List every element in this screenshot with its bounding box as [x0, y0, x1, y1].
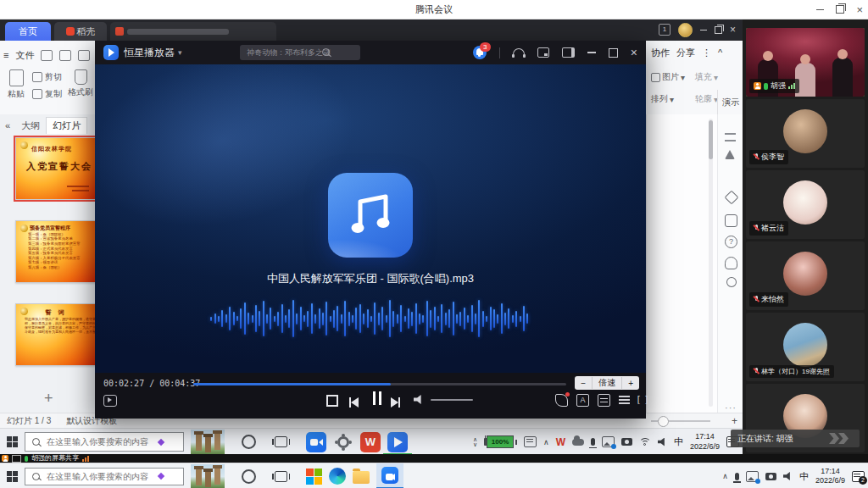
speed-label[interactable]: 倍速 — [592, 377, 622, 389]
wps-close-button[interactable]: × — [730, 24, 736, 36]
taskbar-file-explorer-icon[interactable] — [353, 471, 370, 484]
tray-camera-icon[interactable] — [765, 473, 776, 480]
tray-wps-icon[interactable]: W — [556, 436, 565, 448]
effects-icon[interactable] — [555, 394, 568, 407]
speaker-icon[interactable] — [783, 472, 793, 480]
news-widget-icon[interactable] — [524, 436, 537, 447]
copy-button[interactable]: 复制 — [32, 88, 62, 100]
ime-indicator[interactable]: 中 — [674, 435, 683, 448]
shared-search-box[interactable] — [25, 432, 184, 452]
tray-picture-icon[interactable] — [602, 436, 615, 447]
player-minimize-button[interactable] — [587, 52, 596, 53]
shared-search-input[interactable] — [45, 436, 157, 447]
arrange-button[interactable]: 排列 ▾ — [651, 93, 674, 105]
tray-picture-icon[interactable] — [746, 471, 759, 482]
zoom-in-button[interactable]: + — [732, 415, 737, 427]
fill-button[interactable]: 填充 ▾ — [695, 71, 718, 83]
slide-thumbnail-1[interactable]: 信阳农林学院 入党宣誓大会 — [15, 137, 97, 200]
wps-file-menu[interactable]: 文件 — [15, 49, 34, 62]
local-search-box[interactable] — [25, 468, 184, 485]
speed-minus-button[interactable]: − — [575, 379, 592, 388]
screenshot-icon[interactable] — [537, 47, 549, 58]
wps-tab-document[interactable] — [110, 22, 276, 41]
rail-more-icon[interactable]: ··· — [725, 402, 737, 413]
sticker-icon[interactable] — [725, 257, 737, 269]
fullscreen-icon[interactable]: [] — [636, 394, 647, 405]
collapse-ribbon-icon[interactable]: ^ — [718, 47, 722, 58]
share-menu[interactable]: 分享 — [676, 47, 695, 59]
playlist-icon[interactable] — [619, 394, 630, 405]
stop-button[interactable] — [326, 395, 338, 407]
tray-camera-icon[interactable] — [621, 438, 632, 446]
search-highlight-image[interactable] — [191, 464, 225, 488]
meeting-minimize-button[interactable] — [816, 9, 824, 10]
local-search-input[interactable] — [45, 471, 157, 482]
windows-start-button[interactable] — [7, 436, 18, 447]
shared-clock[interactable]: 17:142022/6/9 — [690, 432, 720, 452]
slide-thumbnail-2[interactable]: 预备党员宣誓程序 第一项：奏（国际歌）第二项：宣读预备党员名单 第三项：预备党员… — [15, 220, 97, 283]
speaker-icon[interactable] — [658, 438, 667, 446]
support-headset-icon[interactable] — [513, 48, 525, 57]
insert-picture-button[interactable]: 图片 ▾ — [651, 71, 685, 83]
player-app-name[interactable]: 恒星播放器 — [124, 46, 175, 60]
collab-menu[interactable]: 协作 — [651, 47, 670, 59]
volume-slider[interactable] — [431, 399, 473, 401]
magic-wand-icon[interactable] — [725, 191, 739, 205]
task-view-icon[interactable] — [275, 436, 287, 447]
hidden-icons-chevron[interactable]: ∧ — [722, 472, 728, 480]
meeting-restore-button[interactable] — [836, 5, 844, 14]
wps-tab-home[interactable]: 首页 — [5, 22, 51, 41]
chevron-down-icon[interactable]: ▾ — [178, 48, 182, 57]
previous-button[interactable] — [349, 394, 359, 409]
tray-scroll-arrows[interactable]: ∧∨ — [473, 437, 477, 447]
wps-account-avatar[interactable] — [678, 23, 693, 37]
speed-plus-button[interactable]: + — [622, 379, 639, 388]
document-count-badge[interactable]: 1 — [659, 24, 670, 36]
notification-bell-icon[interactable]: 3 — [473, 46, 487, 59]
collapse-panel-button[interactable]: « — [0, 120, 15, 130]
more-menu-icon[interactable]: ⋮ — [702, 47, 711, 58]
search-icon[interactable] — [322, 48, 330, 56]
zoom-slider-knob[interactable] — [658, 416, 669, 427]
wps-restore-button[interactable] — [715, 26, 722, 34]
present-button[interactable]: 演示 — [717, 90, 739, 115]
taskbar-edge-icon[interactable] — [329, 468, 346, 485]
taskbar-colored-app-icon[interactable] — [306, 469, 322, 485]
task-view-icon[interactable] — [275, 471, 287, 482]
hidden-icons-chevron[interactable]: ∧ — [543, 438, 549, 446]
add-slide-button[interactable]: + — [44, 390, 53, 408]
members-icon[interactable] — [2, 455, 8, 462]
wps-tab-docer[interactable]: 稻壳 — [54, 22, 107, 41]
search-highlight-image[interactable] — [191, 430, 225, 454]
slide-thumbnail-3[interactable]: 誓 词 我志愿加入中国共产党，拥护党的纲领，遵守党的章程，履行党员义务，执行党的… — [15, 303, 97, 366]
cut-button[interactable]: 剪切 — [32, 71, 62, 83]
subtitle-icon[interactable]: A — [576, 394, 589, 407]
tray-mic-icon[interactable] — [591, 438, 595, 446]
paste-button[interactable]: 粘贴 — [5, 69, 27, 100]
taskbar-wps-icon[interactable]: W — [360, 432, 381, 452]
pause-button[interactable] — [372, 391, 382, 405]
help-icon[interactable]: ? — [725, 236, 737, 248]
taskbar-tencent-meeting-icon[interactable] — [306, 432, 326, 452]
print-icon[interactable] — [78, 50, 90, 61]
shield-icon[interactable] — [725, 275, 739, 290]
dock-side-icon[interactable] — [562, 47, 575, 58]
ime-indicator[interactable]: 中 — [799, 470, 809, 483]
cloud-icon[interactable] — [572, 439, 584, 446]
mini-player-icon[interactable] — [103, 395, 117, 407]
pane-divider-icon[interactable] — [725, 133, 736, 141]
taskbar-settings-icon[interactable] — [333, 432, 353, 452]
outline-button[interactable]: 轮廓 ▾ — [695, 93, 718, 105]
progress-bar[interactable] — [193, 383, 566, 385]
participant-tile[interactable]: 褚云洁 — [746, 170, 865, 239]
next-button[interactable] — [391, 394, 400, 409]
player-maximize-button[interactable] — [609, 48, 618, 58]
participant-tile[interactable]: 胡强 — [746, 28, 865, 97]
local-clock[interactable]: 17:142022/6/9 — [815, 467, 845, 486]
taskbar-stellar-player-icon[interactable] — [387, 432, 408, 452]
meeting-close-button[interactable]: × — [856, 4, 863, 15]
taskbar-tencent-meeting-active[interactable] — [376, 463, 403, 488]
audio-track-icon[interactable] — [598, 394, 610, 407]
wifi-icon[interactable] — [639, 438, 651, 446]
participant-tile[interactable]: 林学（对口）19谢先照 — [746, 313, 865, 381]
